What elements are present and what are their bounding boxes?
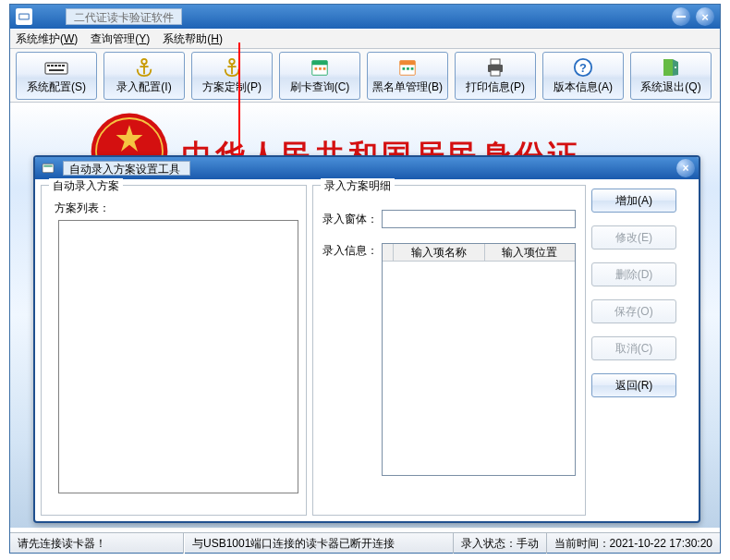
svg-rect-17	[315, 67, 318, 70]
svg-rect-7	[62, 65, 65, 67]
dialog-auto-input-plan: 自动录入方案设置工具 自动录入方案 方案列表： 录入方案明细 录入窗体： 录入信…	[33, 155, 700, 523]
svg-rect-39	[43, 165, 52, 167]
annotation-arrow-icon	[235, 43, 244, 163]
help-icon: ?	[573, 55, 593, 79]
input-info-table[interactable]: 输入项名称 输入项位置	[382, 243, 576, 476]
add-button[interactable]: 增加(A)	[591, 189, 676, 213]
svg-rect-6	[58, 65, 61, 67]
exit-door-icon	[662, 55, 680, 79]
svg-rect-21	[400, 61, 416, 66]
group-auto-input-plan: 自动录入方案 方案列表：	[41, 185, 307, 516]
svg-rect-22	[403, 67, 406, 70]
table-col-item-name[interactable]: 输入项名称	[394, 244, 485, 261]
input-window-label: 录入窗体：	[322, 212, 378, 227]
dialog-icon	[39, 159, 57, 177]
svg-point-12	[229, 59, 235, 65]
return-button[interactable]: 返回(R)	[591, 373, 676, 397]
tool-system-exit[interactable]: 系统退出(Q)	[630, 52, 712, 100]
svg-rect-5	[55, 65, 57, 67]
status-card-reader: 请先连接读卡器！	[10, 533, 184, 554]
app-icon	[16, 8, 32, 25]
tool-plan-custom[interactable]: 方案定制(P)	[191, 52, 273, 100]
svg-point-9	[141, 59, 147, 65]
save-button[interactable]: 保存(O)	[591, 299, 676, 323]
dialog-title: 自动录入方案设置工具	[63, 161, 190, 176]
tool-print-info[interactable]: 打印信息(P)	[455, 52, 536, 100]
input-info-label: 录入信息：	[322, 243, 378, 259]
svg-rect-2	[45, 63, 67, 74]
tool-blacklist[interactable]: 黑名单管理(B)	[367, 52, 448, 100]
input-window-field[interactable]	[382, 210, 576, 228]
svg-rect-18	[319, 67, 322, 70]
edit-button[interactable]: 修改(E)	[591, 225, 676, 250]
cancel-button[interactable]: 取消(C)	[591, 336, 676, 360]
minimize-button[interactable]	[672, 7, 690, 26]
status-current-time: 当前时间：2021-10-22 17:30:20	[547, 533, 720, 554]
keyboard-icon	[44, 55, 68, 79]
dialog-button-column: 增加(A) 修改(E) 删除(D) 保存(O) 取消(C) 返回(R)	[591, 185, 676, 516]
calendar-icon	[310, 55, 330, 79]
calendar-icon	[397, 55, 418, 79]
toolbar: 系统配置(S) 录入配置(I) 方案定制(P) 刷卡查询(C) 黑名单管理(B)…	[10, 49, 720, 103]
table-col-item-pos[interactable]: 输入项位置	[485, 244, 576, 261]
svg-rect-26	[491, 59, 500, 65]
tool-input-config[interactable]: 录入配置(I)	[103, 52, 185, 100]
group-right-title: 录入方案明细	[321, 178, 395, 194]
menu-help[interactable]: 系统帮助(H)	[163, 31, 223, 47]
svg-point-32	[675, 67, 676, 68]
svg-rect-19	[323, 67, 326, 70]
group-plan-detail: 录入方案明细 录入窗体： 录入信息： 输入项名称 输入项位置	[312, 185, 586, 516]
statusbar: 请先连接读卡器！ 与USB1001端口连接的读卡器已断开连接 录入状态：手动 当…	[10, 532, 720, 553]
tool-system-config[interactable]: 系统配置(S)	[16, 52, 97, 100]
menu-query-mgmt[interactable]: 查询管理(Y)	[91, 31, 150, 47]
tool-version-info[interactable]: ? 版本信息(A)	[542, 52, 624, 100]
anchor-icon	[134, 55, 154, 79]
menu-system-maint[interactable]: 系统维护(W)	[16, 31, 78, 47]
svg-rect-23	[407, 67, 409, 70]
svg-text:?: ?	[579, 61, 587, 75]
svg-rect-4	[51, 65, 54, 67]
printer-icon	[484, 55, 506, 79]
close-button[interactable]	[696, 7, 714, 26]
status-connection: 与USB1001端口连接的读卡器已断开连接	[184, 533, 454, 554]
group-left-title: 自动录入方案	[49, 178, 123, 194]
table-row-header-stub	[383, 244, 394, 261]
svg-rect-1	[19, 15, 28, 19]
status-input-mode: 录入状态：手动	[454, 533, 547, 554]
delete-button[interactable]: 删除(D)	[591, 262, 676, 286]
svg-rect-30	[663, 59, 673, 76]
plan-listbox[interactable]	[58, 220, 298, 493]
svg-rect-16	[312, 61, 328, 66]
dialog-close-button[interactable]	[676, 159, 695, 177]
dialog-titlebar: 自动录入方案设置工具	[35, 157, 699, 179]
menubar: 系统维护(W) 查询管理(Y) 系统帮助(H)	[10, 29, 720, 49]
svg-rect-8	[49, 69, 64, 71]
tool-card-query[interactable]: 刷卡查询(C)	[279, 52, 360, 100]
svg-rect-27	[491, 70, 500, 76]
svg-rect-24	[411, 67, 414, 70]
app-title: 二代证读卡验证软件	[66, 8, 182, 25]
plan-list-label: 方案列表：	[55, 201, 297, 216]
svg-rect-3	[47, 65, 50, 67]
main-titlebar: 二代证读卡验证软件	[10, 5, 720, 29]
